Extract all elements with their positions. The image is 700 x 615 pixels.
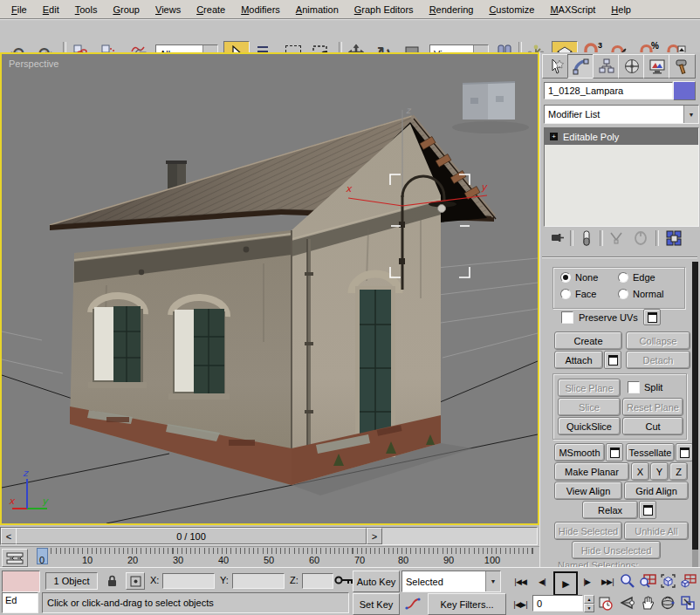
object-color-swatch[interactable]: [673, 81, 696, 100]
tab-motion[interactable]: [618, 54, 645, 79]
track-bar-ruler[interactable]: 0 10 20 30 40 50 60 70 80 90 100: [30, 548, 536, 567]
show-end-result-button[interactable]: [577, 229, 596, 248]
zoom-all-button[interactable]: [638, 571, 657, 591]
time-slider-grip[interactable]: 0 / 100: [16, 528, 367, 544]
y-coord-field[interactable]: [232, 573, 285, 589]
menu-help[interactable]: Help: [603, 3, 639, 17]
preserve-uvs-checkbox[interactable]: [561, 311, 573, 324]
menu-edit[interactable]: Edit: [35, 3, 67, 17]
object-name-field[interactable]: 1_0128_Lampara: [544, 82, 673, 99]
macro-recorder-pane[interactable]: [2, 571, 40, 592]
detach-button[interactable]: Detach: [626, 351, 690, 369]
remove-modifier-button[interactable]: [631, 229, 650, 248]
make-planar-z-button[interactable]: Z: [669, 462, 688, 481]
go-to-end-button[interactable]: ▶▶|: [597, 574, 618, 590]
mini-curve-editor-button[interactable]: [2, 549, 28, 567]
collapse-button[interactable]: Collapse: [626, 331, 690, 350]
spinner-down-icon[interactable]: ▼: [584, 604, 594, 612]
split-checkbox[interactable]: [628, 381, 640, 393]
attach-settings-button[interactable]: [604, 351, 621, 369]
tab-utilities[interactable]: [669, 54, 696, 79]
stack-expand-icon[interactable]: +: [550, 133, 558, 140]
selection-lock-button[interactable]: [103, 572, 120, 588]
zoom-extents-button[interactable]: [658, 571, 677, 591]
current-frame-field[interactable]: 0: [532, 595, 583, 612]
grid-align-button[interactable]: Grid Align: [624, 482, 689, 500]
radio-edge[interactable]: Edge: [618, 272, 655, 283]
radio-normal-dot[interactable]: [618, 289, 628, 299]
pan-button[interactable]: [638, 592, 657, 613]
make-planar-y-button[interactable]: Y: [650, 462, 669, 481]
pin-stack-button[interactable]: [547, 229, 566, 248]
quickslice-button[interactable]: QuickSlice: [558, 417, 621, 435]
cut-button[interactable]: Cut: [622, 417, 683, 435]
play-button[interactable]: ▶: [553, 571, 578, 596]
msmooth-settings-button[interactable]: [606, 443, 623, 461]
configure-modifier-sets-button[interactable]: [664, 229, 683, 248]
time-slider-next-button[interactable]: >: [367, 528, 382, 544]
menu-animation[interactable]: Animation: [288, 3, 347, 17]
radio-face[interactable]: Face: [560, 289, 596, 299]
dropdown-arrow-icon[interactable]: ▼: [683, 106, 698, 123]
hide-selected-button[interactable]: Hide Selected: [554, 522, 622, 540]
field-of-view-button[interactable]: [618, 592, 637, 613]
viewport-label[interactable]: Perspective: [9, 58, 58, 69]
radio-none[interactable]: None: [560, 272, 598, 283]
modifier-stack[interactable]: + Editable Poly: [544, 127, 699, 227]
relax-settings-button[interactable]: [639, 501, 656, 519]
auto-key-button[interactable]: Auto Key: [353, 571, 400, 592]
dropdown-arrow-icon[interactable]: ▼: [485, 571, 500, 591]
maxscript-listener-pane[interactable]: Ed: [2, 592, 38, 613]
relax-button[interactable]: Relax: [582, 501, 638, 519]
previous-frame-button[interactable]: ◀|: [533, 574, 551, 590]
make-planar-x-button[interactable]: X: [631, 462, 649, 481]
unhide-all-button[interactable]: Unhide All: [624, 522, 689, 540]
set-key-button[interactable]: Set Key: [353, 593, 400, 615]
zoom-extents-all-button[interactable]: [678, 571, 697, 591]
absolute-offset-toggle[interactable]: [126, 572, 145, 590]
make-unique-button[interactable]: [607, 229, 626, 248]
create-button[interactable]: Create: [554, 331, 622, 350]
key-mode-toggle-button[interactable]: |◀▶|: [510, 597, 531, 612]
msmooth-button[interactable]: MSmooth: [554, 443, 605, 461]
panel-scrollbar-thumb[interactable]: [692, 262, 698, 550]
menu-customize[interactable]: Customize: [481, 3, 542, 17]
window-left-2[interactable]: [168, 297, 230, 400]
time-slider-prev-button[interactable]: <: [1, 528, 17, 544]
radio-none-dot[interactable]: [560, 272, 571, 283]
menu-create[interactable]: Create: [189, 3, 233, 17]
tab-create[interactable]: [542, 54, 569, 79]
attach-button[interactable]: Attach: [554, 351, 603, 369]
menu-graph-editors[interactable]: Graph Editors: [347, 3, 422, 17]
selection-set-dropdown[interactable]: Selected ▼: [401, 571, 501, 592]
set-keys-button[interactable]: [333, 570, 354, 591]
z-coord-field[interactable]: [302, 573, 333, 589]
make-planar-button[interactable]: Make Planar: [554, 462, 629, 481]
tab-modify[interactable]: [567, 54, 594, 79]
slice-button[interactable]: Slice: [558, 398, 621, 416]
radio-edge-dot[interactable]: [618, 272, 628, 283]
menu-maxscript[interactable]: MAXScript: [542, 3, 603, 17]
min-max-toggle-button[interactable]: [678, 592, 697, 613]
preserve-uvs-settings-button[interactable]: [643, 309, 661, 325]
hide-unselected-button[interactable]: Hide Unselected: [572, 541, 661, 559]
arc-rotate-button[interactable]: [658, 592, 677, 613]
frame-spinner[interactable]: ▲ ▼: [584, 595, 594, 612]
zoom-button[interactable]: [618, 571, 637, 591]
menu-tools[interactable]: Tools: [67, 3, 106, 17]
menu-group[interactable]: Group: [105, 3, 148, 17]
perspective-viewport[interactable]: z x y: [0, 52, 539, 525]
radio-normal[interactable]: Normal: [618, 289, 663, 299]
radio-face-dot[interactable]: [560, 289, 571, 299]
go-to-start-button[interactable]: |◀◀: [510, 574, 531, 590]
x-coord-field[interactable]: [162, 573, 215, 589]
tessellate-settings-button[interactable]: [676, 443, 693, 461]
slice-plane-button[interactable]: Slice Plane: [558, 379, 621, 397]
menu-modifiers[interactable]: Modifiers: [233, 3, 288, 17]
spinner-up-icon[interactable]: ▲: [584, 595, 594, 604]
ghost-dummy-object[interactable]: [452, 82, 529, 133]
window-left-1[interactable]: [88, 296, 147, 388]
menu-rendering[interactable]: Rendering: [422, 3, 482, 17]
reset-plane-button[interactable]: Reset Plane: [622, 398, 683, 416]
menu-file[interactable]: File: [3, 3, 35, 17]
